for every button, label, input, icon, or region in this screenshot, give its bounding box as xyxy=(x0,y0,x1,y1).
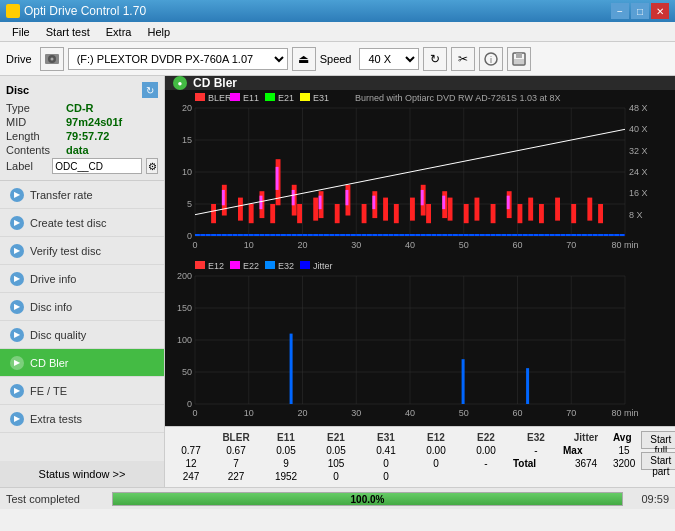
stats-total-e32: 0 xyxy=(361,470,411,483)
eject-button[interactable]: ⏏ xyxy=(292,47,316,71)
stats-max-e31: 9 xyxy=(261,457,311,470)
chart-title: CD Bler xyxy=(193,76,237,90)
drive-icon xyxy=(44,51,60,67)
nav-create-test-disc[interactable]: ▶ Create test disc xyxy=(0,209,164,237)
disc-length-row: Length 79:57.72 xyxy=(6,130,158,142)
toolbar: Drive (F:) PLEXTOR DVDR PX-760A 1.07 ⏏ S… xyxy=(0,42,675,76)
disc-mid-key: MID xyxy=(6,116,66,128)
save-button[interactable] xyxy=(507,47,531,71)
nav-cd-bler[interactable]: ▶ CD Bler xyxy=(0,349,164,377)
nav-label-drive-info: Drive info xyxy=(30,273,76,285)
nav-label-extra-tests: Extra tests xyxy=(30,413,82,425)
nav-icon-disc-quality: ▶ xyxy=(10,328,24,342)
stats-total-e22: 0 xyxy=(311,470,361,483)
disc-label-row: Label ⚙ xyxy=(6,158,158,174)
stats-max-bler: 15 xyxy=(611,444,637,457)
nav-icon-drive-info: ▶ xyxy=(10,272,24,286)
sidebar: Disc ↻ Type CD-R MID 97m24s01f Length 79… xyxy=(0,76,165,487)
stats-table: BLER E11 E21 E31 E12 E22 E32 Jitter Avg … xyxy=(171,431,637,483)
drive-icon-button[interactable] xyxy=(40,47,64,71)
stats-avg-e11: 0.67 xyxy=(211,444,261,457)
stats-total-e31: 227 xyxy=(211,470,261,483)
drive-select[interactable]: (F:) PLEXTOR DVDR PX-760A 1.07 xyxy=(68,48,288,70)
progress-bar-container: 100.0% xyxy=(112,492,623,506)
stats-max-jitter: - xyxy=(461,457,511,470)
start-full-button[interactable]: Start full xyxy=(641,431,675,449)
chart-icon: ● xyxy=(173,76,187,90)
nav-fe-te[interactable]: ▶ FE / TE xyxy=(0,377,164,405)
disc-mid-row: MID 97m24s01f xyxy=(6,116,158,128)
menu-file[interactable]: File xyxy=(4,24,38,40)
refresh-button[interactable]: ↻ xyxy=(423,47,447,71)
stats-area: BLER E11 E21 E31 E12 E22 E32 Jitter Avg … xyxy=(165,426,675,487)
chart2-canvas xyxy=(165,258,675,426)
stats-header-e12: E12 xyxy=(411,431,461,444)
disc-title: Disc xyxy=(6,84,29,96)
stats-max-e21: 7 xyxy=(211,457,261,470)
start-part-button[interactable]: Start part xyxy=(641,452,675,470)
main-layout: Disc ↻ Type CD-R MID 97m24s01f Length 79… xyxy=(0,76,675,487)
nav-verify-test-disc[interactable]: ▶ Verify test disc xyxy=(0,237,164,265)
disc-label-input[interactable] xyxy=(52,158,142,174)
stats-row-max-label: Max xyxy=(561,444,611,457)
stats-header-e21: E21 xyxy=(311,431,361,444)
stats-total-e21: 247 xyxy=(171,470,211,483)
stats-header-e31: E31 xyxy=(361,431,411,444)
disc-label-button[interactable]: ⚙ xyxy=(146,158,158,174)
menu-extra[interactable]: Extra xyxy=(98,24,140,40)
nav-label-fe-te: FE / TE xyxy=(30,385,67,397)
disc-header: Disc ↻ xyxy=(6,82,158,98)
title-bar-controls: − □ ✕ xyxy=(611,3,669,19)
menu-start-test[interactable]: Start test xyxy=(38,24,98,40)
chart1-canvas xyxy=(165,90,675,258)
nav-icon-transfer: ▶ xyxy=(10,188,24,202)
nav-drive-info[interactable]: ▶ Drive info xyxy=(0,265,164,293)
info-button[interactable]: i xyxy=(479,47,503,71)
nav-label-cd-bler: CD Bler xyxy=(30,357,69,369)
nav-label-create-test-disc: Create test disc xyxy=(30,217,106,229)
disc-length-val: 79:57.72 xyxy=(66,130,109,142)
disc-refresh-button[interactable]: ↻ xyxy=(142,82,158,98)
status-text: Test completed xyxy=(6,493,106,505)
maximize-button[interactable]: □ xyxy=(631,3,649,19)
nav-disc-info[interactable]: ▶ Disc info xyxy=(0,293,164,321)
nav-icon-disc-info: ▶ xyxy=(10,300,24,314)
menu-bar: File Start test Extra Help xyxy=(0,22,675,42)
disc-type-key: Type xyxy=(6,102,66,114)
speed-select[interactable]: 40 X xyxy=(359,48,419,70)
stats-avg-jitter: - xyxy=(511,444,561,457)
speed-label: Speed xyxy=(320,53,352,65)
sidebar-nav: ▶ Transfer rate ▶ Create test disc ▶ Ver… xyxy=(0,181,164,461)
stats-total-e11: 3200 xyxy=(611,457,637,470)
disc-length-key: Length xyxy=(6,130,66,142)
title-bar: Opti Drive Control 1.70 − □ ✕ xyxy=(0,0,675,22)
stats-row-total-label: Total xyxy=(511,457,561,470)
minimize-button[interactable]: − xyxy=(611,3,629,19)
disc-mid-val: 97m24s01f xyxy=(66,116,122,128)
nav-icon-create: ▶ xyxy=(10,216,24,230)
stats-total-e12: 1952 xyxy=(261,470,311,483)
content-area: ● CD Bler BLER E11 E21 E31 E12 E22 xyxy=(165,76,675,487)
status-bar: Test completed 100.0% 09:59 xyxy=(0,487,675,509)
menu-help[interactable]: Help xyxy=(139,24,178,40)
nav-transfer-rate[interactable]: ▶ Transfer rate xyxy=(0,181,164,209)
close-button[interactable]: ✕ xyxy=(651,3,669,19)
stats-row-avg-label: Avg xyxy=(611,431,637,444)
nav-label-disc-info: Disc info xyxy=(30,301,72,313)
eraser-button[interactable]: ✂ xyxy=(451,47,475,71)
stats-max-e11: 12 xyxy=(171,457,211,470)
nav-icon-fe-te: ▶ xyxy=(10,384,24,398)
disc-type-row: Type CD-R xyxy=(6,102,158,114)
stats-total-bler: 3674 xyxy=(561,457,611,470)
stats-header-e22: E22 xyxy=(461,431,511,444)
status-window-button[interactable]: Status window >> xyxy=(0,461,164,487)
nav-extra-tests[interactable]: ▶ Extra tests xyxy=(0,405,164,433)
nav-icon-cd-bler: ▶ xyxy=(10,356,24,370)
svg-point-2 xyxy=(50,57,53,60)
stats-total-jitter xyxy=(411,470,461,483)
svg-rect-6 xyxy=(516,53,522,58)
nav-disc-quality[interactable]: ▶ Disc quality xyxy=(0,321,164,349)
stats-max-e32: 0 xyxy=(411,457,461,470)
svg-rect-7 xyxy=(514,59,524,64)
nav-label-disc-quality: Disc quality xyxy=(30,329,86,341)
